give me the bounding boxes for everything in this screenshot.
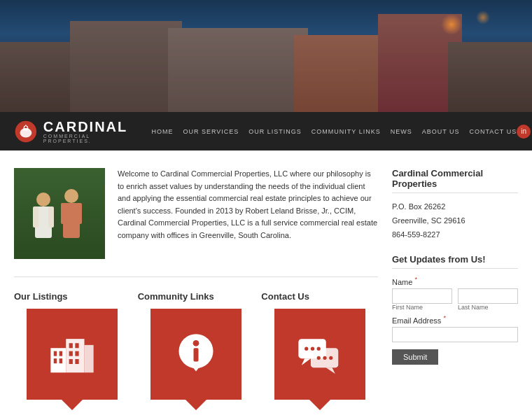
nav-services[interactable]: OUR SERVICES [183, 128, 239, 135]
svg-rect-22 [69, 343, 73, 348]
logo-text-block: CARDINAL COMMERCIAL PROPERTIES. [43, 120, 131, 144]
team-photo-svg [14, 168, 105, 259]
svg-rect-6 [14, 168, 105, 259]
logo-cardinal-text: CARDINAL [43, 120, 131, 134]
svg-rect-26 [69, 359, 73, 364]
intro-text: Welcome to Cardinal Commercial Propertie… [118, 168, 378, 259]
svg-marker-35 [326, 368, 335, 374]
svg-rect-15 [51, 348, 66, 372]
svg-point-38 [316, 347, 320, 351]
svg-point-37 [311, 347, 314, 351]
nav-listings[interactable]: OUR LISTINGS [248, 128, 302, 135]
team-photo [14, 168, 105, 259]
svg-rect-13 [61, 203, 66, 224]
logo-area: CARDINAL COMMERCIAL PROPERTIES. [14, 118, 130, 145]
content-left: Welcome to Cardinal Commercial Propertie… [14, 168, 378, 400]
svg-rect-25 [76, 351, 79, 356]
svg-rect-10 [48, 206, 54, 227]
phone: 864-559-8227 [392, 230, 440, 239]
svg-point-39 [316, 356, 320, 360]
main-content: Welcome to Cardinal Commercial Propertie… [0, 150, 532, 417]
sidebar-divider-1 [392, 192, 518, 193]
signup-form: Name * First Name Last Name Email Addres… [392, 276, 518, 364]
sidebar: Cardinal Commercial Properties P.O. Box … [392, 168, 518, 400]
contact-icon-box[interactable] [274, 309, 365, 400]
submit-button[interactable]: Submit [392, 349, 438, 365]
svg-rect-30 [194, 348, 199, 361]
logo-icon [14, 118, 38, 145]
last-name-col: Last Name [458, 288, 518, 311]
svg-rect-9 [33, 206, 38, 227]
listings-title: Our Listings [14, 291, 131, 302]
svg-point-41 [329, 356, 332, 360]
last-name-input[interactable] [458, 288, 518, 304]
linkedin-icon[interactable]: in [517, 125, 531, 139]
svg-point-29 [193, 340, 200, 346]
community-title: Community Links [138, 291, 255, 302]
community-icon-box[interactable] [150, 309, 241, 400]
svg-rect-17 [85, 345, 94, 372]
sidebar-divider-2 [392, 268, 518, 269]
listings-icon-box[interactable] [27, 309, 118, 400]
svg-rect-27 [76, 359, 79, 364]
name-label: Name * [392, 276, 518, 286]
svg-point-7 [36, 192, 50, 206]
nav-contact[interactable]: CONTACT US [470, 128, 517, 135]
svg-rect-23 [76, 343, 79, 348]
svg-point-11 [64, 189, 78, 203]
svg-point-36 [304, 347, 308, 351]
sidebar-address: P.O. Box 26262 Greenville, SC 29616 864-… [392, 200, 518, 241]
bottom-sections: Our Listings [14, 291, 378, 400]
svg-rect-21 [59, 358, 62, 363]
svg-rect-19 [59, 351, 62, 356]
svg-rect-24 [69, 351, 73, 356]
updates-title: Get Updates from Us! [392, 254, 518, 265]
listings-section: Our Listings [14, 291, 131, 400]
section-divider [14, 276, 378, 277]
last-name-label: Last Name [458, 304, 518, 311]
first-name-col: First Name [392, 288, 452, 311]
logo-subtitle: COMMERCIAL PROPERTIES. [43, 134, 131, 144]
nav-links: HOME OUR SERVICES OUR LISTINGS COMMUNITY… [151, 128, 517, 135]
listings-icon [48, 330, 97, 379]
hero-image [0, 0, 532, 112]
contact-section: Contact Us [261, 291, 378, 400]
community-icon [172, 330, 220, 379]
svg-rect-20 [54, 358, 57, 363]
social-icons: in f t [517, 125, 532, 139]
email-input[interactable] [392, 327, 518, 342]
community-section: Community Links [138, 291, 255, 400]
contact-title: Contact Us [261, 291, 378, 302]
nav-about[interactable]: ABOUT US [422, 128, 460, 135]
email-section: Email Address * [392, 314, 518, 342]
hero-lights-2 [476, 10, 490, 24]
address-line2: Greenville, SC 29616 [392, 216, 465, 225]
first-name-label: First Name [392, 304, 452, 311]
nav-community[interactable]: COMMUNITY LINKS [312, 128, 381, 135]
first-name-input[interactable] [392, 288, 452, 304]
navbar: CARDINAL COMMERCIAL PROPERTIES. HOME OUR… [0, 112, 532, 150]
svg-point-40 [323, 356, 326, 360]
svg-rect-14 [76, 203, 82, 224]
nav-home[interactable]: HOME [151, 128, 173, 135]
intro-section: Welcome to Cardinal Commercial Propertie… [14, 168, 378, 259]
email-label: Email Address * [392, 314, 518, 325]
address-line1: P.O. Box 26262 [392, 202, 445, 211]
contact-icon [295, 330, 344, 379]
sidebar-company-name: Cardinal Commercial Properties [392, 168, 518, 189]
hero-lights-1 [441, 14, 462, 35]
svg-rect-18 [54, 351, 57, 356]
nav-news[interactable]: NEWS [391, 128, 412, 135]
name-row: First Name Last Name [392, 288, 518, 311]
svg-marker-33 [301, 358, 310, 365]
